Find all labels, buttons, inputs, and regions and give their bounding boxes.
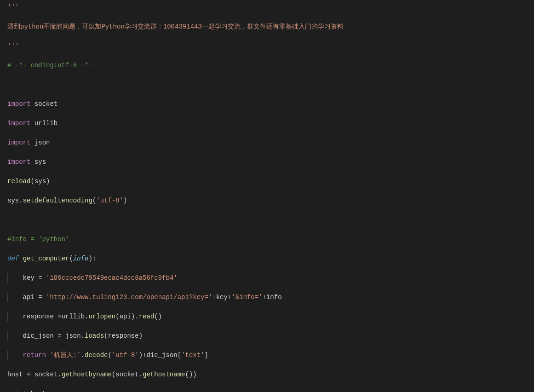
code-token: json bbox=[30, 139, 50, 146]
code-token: 'http://www.tuling123.com/openapi/api?ke… bbox=[46, 294, 212, 301]
code-line bbox=[7, 215, 527, 225]
code-line: api = 'http://www.tuling123.com/openapi/… bbox=[7, 293, 527, 302]
code-token: # -*- coding:utf-8 -*- bbox=[7, 62, 92, 69]
code-token: +info bbox=[263, 294, 282, 301]
code-token: info bbox=[73, 255, 89, 262]
code-token: host = socket. bbox=[7, 371, 62, 378]
code-token: ( bbox=[30, 178, 34, 185]
code-token: def bbox=[7, 255, 19, 262]
code-token: api = bbox=[23, 294, 46, 301]
code-line: 遇到python不懂的问题，可以加Python学习交流群：1004391443一… bbox=[7, 22, 527, 32]
code-line: ''' bbox=[7, 41, 527, 51]
code-editor: ''' 遇到python不懂的问题，可以加Python学习交流群：1004391… bbox=[0, 0, 534, 392]
code-token: dic_json[ bbox=[147, 352, 182, 359]
code-token: . bbox=[81, 352, 85, 359]
code-token: ) bbox=[46, 178, 50, 185]
code-line: import socket bbox=[7, 99, 527, 109]
code-token: host bbox=[27, 390, 46, 392]
code-token: #info = 'python' bbox=[7, 236, 69, 243]
code-line: ''' bbox=[7, 3, 527, 12]
code-token: gethostname bbox=[143, 371, 185, 378]
indent-guide bbox=[7, 331, 8, 341]
code-token: ( bbox=[112, 371, 115, 378]
code-token: import bbox=[7, 158, 30, 166]
code-line: sys.setdefaultencoding('utf-8') bbox=[7, 196, 527, 206]
code-token: socket bbox=[30, 100, 57, 108]
code-token: sys. bbox=[7, 197, 23, 204]
code-token: ). bbox=[131, 313, 139, 320]
code-token: 'utf-8' bbox=[96, 197, 123, 204]
code-token: 遇到python不懂的问题，可以加Python学习交流群：1004391443一… bbox=[7, 23, 344, 30]
code-token: '186cccedc79549ecac4dcc8a56fc9fb4' bbox=[46, 274, 178, 282]
code-token: key = bbox=[23, 274, 46, 282]
code-token: ( bbox=[108, 352, 111, 359]
code-token: socket. bbox=[115, 371, 143, 378]
code-token: get_computer bbox=[23, 255, 69, 262]
code-token: reload bbox=[7, 178, 30, 185]
code-token: dic_json = json. bbox=[23, 332, 85, 340]
code-line: response =urllib.urlopen(api).read() bbox=[7, 312, 527, 322]
indent-guide bbox=[7, 351, 8, 360]
code-line: def get_computer(info): bbox=[7, 254, 527, 264]
indent-guide bbox=[7, 312, 8, 322]
code-token bbox=[19, 255, 23, 262]
code-token: +key+ bbox=[212, 294, 231, 301]
code-token: loads bbox=[85, 332, 104, 340]
code-line: return '机器人:'.decode('utf-8')+dic_json['… bbox=[7, 351, 527, 360]
code-line: import urllib bbox=[7, 119, 527, 128]
code-token: urllib bbox=[30, 120, 57, 127]
code-token: 'utf-8' bbox=[112, 352, 139, 359]
code-token: ): bbox=[88, 255, 96, 262]
code-token: ) bbox=[123, 197, 127, 204]
code-token: () bbox=[154, 313, 162, 320]
indent-guide bbox=[7, 293, 8, 302]
code-line: print host bbox=[7, 389, 527, 392]
code-token: import bbox=[7, 139, 30, 146]
code-token: sys bbox=[30, 158, 46, 166]
code-token: ''' bbox=[7, 4, 19, 11]
code-token: ( bbox=[115, 313, 119, 320]
code-line: dic_json = json.loads(response) bbox=[7, 331, 527, 341]
code-line: import sys bbox=[7, 157, 527, 167]
code-token: 'text' bbox=[181, 352, 204, 359]
code-token: ) bbox=[139, 332, 143, 340]
code-token: gethostbyname bbox=[62, 371, 112, 378]
code-line: #info = 'python' bbox=[7, 235, 527, 244]
code-token: '机器人:' bbox=[50, 352, 80, 359]
code-token: ] bbox=[205, 352, 208, 359]
code-token: import bbox=[7, 100, 30, 108]
code-token: api bbox=[120, 313, 131, 320]
code-line: reload(sys) bbox=[7, 177, 527, 186]
code-line: key = '186cccedc79549ecac4dcc8a56fc9fb4' bbox=[7, 273, 527, 283]
indent-guide bbox=[7, 273, 8, 283]
code-token: decode bbox=[85, 352, 108, 359]
code-token: '&info=' bbox=[231, 294, 262, 301]
code-token: print bbox=[7, 390, 27, 392]
code-token: response bbox=[108, 332, 138, 340]
code-token: sys bbox=[34, 178, 46, 185]
code-line bbox=[7, 80, 527, 90]
code-token: import bbox=[7, 120, 30, 127]
code-token: urlopen bbox=[88, 313, 115, 320]
code-token: setdefaultencoding bbox=[23, 197, 92, 204]
code-token: ()) bbox=[185, 371, 196, 378]
code-token: read bbox=[139, 313, 155, 320]
code-token: return bbox=[23, 352, 46, 359]
code-line: import json bbox=[7, 138, 527, 148]
code-line: host = socket.gethostbyname(socket.getho… bbox=[7, 370, 527, 380]
code-token: response =urllib. bbox=[23, 313, 89, 320]
code-token: ( bbox=[69, 255, 73, 262]
code-token: ( bbox=[92, 197, 96, 204]
code-line: # -*- coding:utf-8 -*- bbox=[7, 61, 527, 70]
code-token: )+ bbox=[139, 352, 147, 359]
code-token: ''' bbox=[7, 42, 19, 50]
